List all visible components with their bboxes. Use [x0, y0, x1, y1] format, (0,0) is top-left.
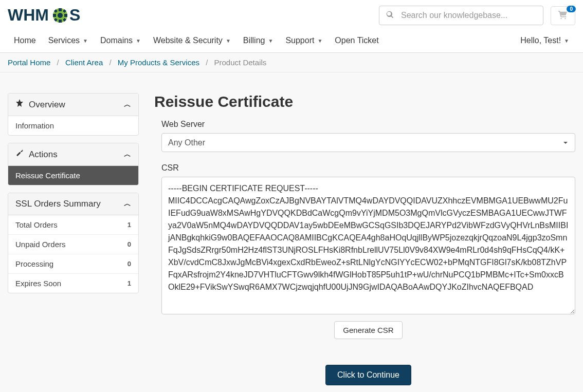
user-menu[interactable]: Hello, Test!▼: [514, 29, 575, 52]
breadcrumb-link[interactable]: Client Area: [65, 58, 103, 67]
main-nav: Home Services▼ Domains▼ Website & Securi…: [8, 29, 385, 52]
nav-support[interactable]: Support▼: [279, 29, 329, 52]
svg-rect-2: [59, 8, 62, 11]
summary-total-orders[interactable]: Total Orders1: [8, 215, 138, 235]
nav-billing[interactable]: Billing▼: [237, 29, 280, 52]
panel-ssl-summary-head[interactable]: SSL Orders Summary ︿: [8, 193, 138, 215]
nav-home[interactable]: Home: [8, 29, 42, 52]
continue-button[interactable]: Click to Continue: [325, 365, 411, 385]
search-icon: [386, 11, 394, 20]
nav-domains[interactable]: Domains▼: [94, 29, 147, 52]
page-title: Reissue Certificate: [154, 93, 575, 110]
summary-unpaid-orders[interactable]: Unpaid Orders0: [8, 235, 138, 254]
breadcrumb-link[interactable]: Portal Home: [8, 58, 50, 67]
webserver-label: Web Server: [161, 120, 575, 129]
svg-point-10: [58, 13, 63, 18]
nav-website-security[interactable]: Website & Security▼: [147, 29, 237, 52]
summary-expires-soon[interactable]: Expires Soon1: [8, 274, 138, 293]
search-input[interactable]: [379, 6, 543, 25]
csr-textarea[interactable]: [161, 177, 575, 314]
chevron-down-icon: ▼: [136, 38, 141, 44]
csr-label: CSR: [161, 163, 575, 173]
webserver-select[interactable]: Any Other: [161, 133, 575, 152]
svg-rect-3: [59, 20, 62, 23]
svg-text:WHM: WHM: [8, 6, 49, 24]
logo[interactable]: WHM S: [8, 5, 105, 26]
cart-badge: 0: [567, 6, 576, 12]
chevron-down-icon: ▼: [226, 38, 231, 44]
panel-actions: Actions ︿ Reissue Certificate: [8, 143, 139, 185]
chevron-up-icon: ︿: [124, 199, 131, 209]
wrench-icon: [15, 149, 24, 160]
summary-processing[interactable]: Processing0: [8, 254, 138, 274]
generate-csr-button[interactable]: Generate CSR: [334, 321, 402, 339]
panel-actions-head[interactable]: Actions ︿: [8, 143, 138, 166]
panel-overview: Overview ︿ Information: [8, 93, 139, 136]
star-icon: [15, 99, 24, 110]
chevron-down-icon: ▼: [268, 38, 273, 44]
chevron-up-icon: ︿: [124, 150, 131, 159]
overview-information[interactable]: Information: [8, 116, 138, 135]
breadcrumb: Portal Home / Client Area / My Products …: [0, 53, 583, 72]
nav-services[interactable]: Services▼: [42, 29, 94, 52]
cart-button[interactable]: 0: [551, 6, 575, 25]
nav-open-ticket[interactable]: Open Ticket: [329, 29, 385, 52]
svg-text:S: S: [69, 6, 80, 24]
panel-overview-head[interactable]: Overview ︿: [8, 94, 138, 116]
chevron-up-icon: ︿: [124, 100, 131, 109]
footer: Powered by WHMCompleteSolution: [161, 385, 575, 392]
action-reissue-certificate[interactable]: Reissue Certificate: [8, 166, 138, 185]
chevron-down-icon: ▼: [317, 38, 322, 44]
svg-rect-5: [64, 14, 67, 17]
breadcrumb-current: Product Details: [214, 58, 267, 67]
chevron-down-icon: ▼: [564, 38, 569, 44]
breadcrumb-link[interactable]: My Products & Services: [118, 58, 199, 67]
chevron-down-icon: ▼: [83, 38, 88, 44]
svg-rect-4: [53, 14, 56, 17]
panel-ssl-summary: SSL Orders Summary ︿ Total Orders1 Unpai…: [8, 193, 139, 293]
